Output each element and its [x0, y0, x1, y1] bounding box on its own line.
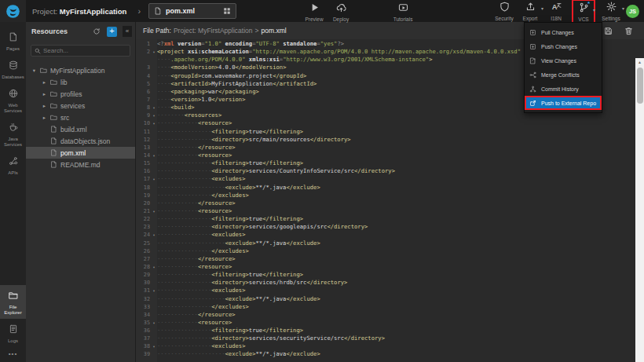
project-name: MyFirstApplication [60, 7, 127, 16]
tree-item-services[interactable]: ▸services [26, 100, 135, 112]
wavemaker-ide: Project: MyFirstApplication › pom.xml Pr… [0, 0, 644, 362]
tree-item-build-xml[interactable]: build.xml [26, 123, 135, 135]
tab-pom-xml[interactable]: pom.xml [148, 3, 236, 19]
code-line: 39····················<exclude>**/*.java… [136, 350, 644, 358]
expander-closed-icon[interactable]: ▸ [42, 103, 47, 109]
coffee-icon [9, 121, 18, 135]
code-line: 27············</resource> [136, 255, 644, 263]
tree-item-src[interactable]: ▸src [26, 112, 135, 123]
topbar-actions-right: Security▾ExportAI18N*▾VCS▾Settings [492, 0, 623, 24]
sidebar-item-java-services[interactable]: JavaServices [0, 117, 26, 151]
fold-toggle-icon[interactable]: ▾ [151, 119, 157, 127]
sidebar-more-button[interactable]: ••• [0, 350, 26, 357]
line-number: 14 [136, 152, 151, 159]
fold-toggle-icon[interactable]: ▾ [151, 319, 157, 327]
fold-toggle-icon[interactable]: ▾ [151, 48, 157, 56]
fold-spacer [151, 327, 157, 335]
fold-toggle-icon[interactable]: ▾ [151, 152, 157, 159]
tree-item-myfirstapplication[interactable]: ▾MyFirstApplication [26, 64, 135, 76]
line-number: 2 [136, 48, 151, 56]
collapse-panel-button[interactable]: « [123, 26, 132, 37]
code-line: 20············</resource> [136, 199, 644, 207]
fold-spacer [151, 144, 157, 152]
menu-item-pull-changes[interactable]: Pull Changes [525, 25, 602, 39]
fold-toggle-icon[interactable]: ▾ [151, 112, 157, 119]
line-number: 38 [136, 342, 151, 350]
fold-toggle-icon[interactable]: ▾ [151, 263, 157, 271]
scrollbar-thumb[interactable] [637, 68, 643, 104]
fold-toggle-icon[interactable]: ▾ [151, 207, 157, 215]
delete-icon[interactable] [624, 27, 633, 35]
topbar-settings-button[interactable]: ▾Settings [599, 0, 623, 22]
top-bar: Project: MyFirstApplication › pom.xml Pr… [0, 0, 644, 22]
line-number: 17 [136, 175, 151, 183]
code-line: 19················</excludes> [136, 192, 644, 199]
code-line: 25····················<exclude>**/*.java… [136, 240, 644, 247]
tree-item-pom-xml[interactable]: pom.xml [26, 147, 135, 159]
topbar-export-button[interactable]: ▾Export [518, 0, 542, 22]
expander-closed-icon[interactable]: ▸ [42, 79, 47, 86]
file-path-separator: > [255, 27, 259, 35]
user-avatar[interactable]: JS [626, 5, 639, 18]
editor-scrollbar[interactable]: ▲ [635, 58, 644, 362]
sidebar-item-label: Pages [6, 46, 20, 52]
code-line: 28▾············<resource> [136, 263, 644, 271]
fold-toggle-icon[interactable]: ▾ [151, 342, 157, 350]
code-line: 17▾················<excludes> [136, 175, 644, 183]
code-line: 23················<directory>services/go… [136, 223, 644, 231]
fold-toggle-icon[interactable]: ▾ [151, 287, 157, 294]
tree-item-dataobjects-json[interactable]: dataObjects.json [26, 135, 135, 147]
tree-item-label: dataObjects.json [60, 137, 110, 145]
expander-open-icon[interactable]: ▾ [31, 68, 37, 74]
sidebar-item-apis[interactable]: APIs [0, 151, 26, 179]
search-input[interactable] [43, 47, 126, 54]
code-line: 34············</resource> [136, 311, 644, 319]
file-path-project: Project: MyFirstApplication [174, 27, 253, 35]
sidebar-item-databases[interactable]: Databases [0, 55, 26, 83]
folder-sm-icon [50, 79, 57, 86]
code-line: 24▾················<excludes> [136, 231, 644, 239]
code-line: 35▾············<resource> [136, 319, 644, 327]
topbar-deploy-button[interactable]: Deploy [329, 0, 353, 23]
vcs-dropdown-menu: Pull ChangesPush ChangesView ChangesMerg… [524, 22, 602, 113]
fold-spacer [151, 199, 157, 207]
folder-icon [9, 289, 18, 303]
tab-label: pom.xml [166, 7, 219, 15]
refresh-icon[interactable] [93, 27, 101, 35]
topbar-vcs-button[interactable]: *▾VCS [572, 0, 595, 24]
topbar-security-button[interactable]: Security [492, 0, 516, 22]
add-resource-button[interactable]: + [107, 27, 117, 37]
menu-item-label: Push to External Repo [541, 101, 596, 106]
sidebar-item-logs[interactable]: Logs [0, 319, 26, 347]
menu-item-push-external-repo[interactable]: Push to External Repo [525, 96, 602, 110]
menu-item-merge-conflicts[interactable]: Merge Conflicts [525, 68, 602, 82]
tree-item-readme-md[interactable]: README.md [26, 159, 135, 170]
fold-toggle-icon[interactable]: ▾ [151, 175, 157, 183]
line-number: 10 [136, 119, 151, 127]
sidebar-item-web-services[interactable]: WebServices [0, 83, 26, 117]
menu-item-view-changes[interactable]: View Changes [525, 53, 602, 68]
expander-closed-icon[interactable]: ▸ [42, 115, 47, 121]
sidebar-item-file-explorer[interactable]: FileExplorer [0, 285, 26, 319]
fold-toggle-icon[interactable]: ▾ [151, 104, 157, 112]
topbar-i18n-button[interactable]: AI18N [544, 0, 568, 22]
fold-spacer [151, 136, 157, 144]
code-line: 16················<directory>services/Co… [136, 167, 644, 175]
save-icon[interactable] [604, 27, 613, 35]
fold-toggle-icon[interactable]: ▾ [151, 231, 157, 239]
scroll-up-arrow-icon[interactable]: ▲ [635, 58, 644, 66]
grid-icon[interactable] [223, 4, 231, 18]
topbar-tutorials-button[interactable]: Tutorials [391, 0, 415, 23]
fold-spacer [151, 128, 157, 136]
expander-closed-icon[interactable]: ▸ [42, 91, 47, 97]
video-icon [398, 2, 408, 16]
tree-item-lib[interactable]: ▸lib [26, 76, 135, 88]
code-line: 13············</resource> [136, 144, 644, 152]
topbar-preview-button[interactable]: Preview [302, 0, 326, 23]
tree-item-profiles[interactable]: ▸profiles [26, 88, 135, 100]
fold-spacer [151, 240, 157, 247]
menu-item-push-changes[interactable]: Push Changes [525, 39, 602, 53]
fold-spacer [151, 215, 157, 223]
sidebar-item-pages[interactable]: Pages [0, 27, 26, 55]
menu-item-commit-history[interactable]: Commit History [525, 82, 602, 96]
